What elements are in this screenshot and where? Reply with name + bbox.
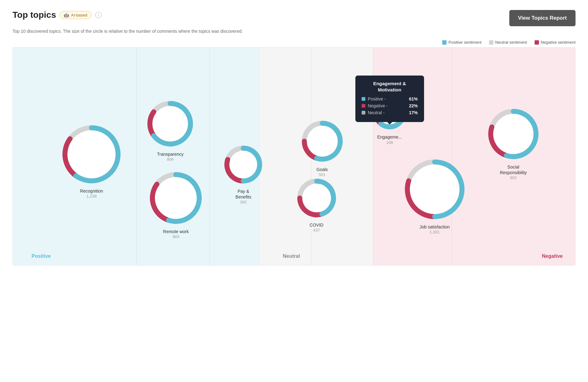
topic-circle-transparency[interactable]: Transparency804	[145, 99, 195, 162]
view-topics-report-button[interactable]: View Topics Report	[509, 10, 576, 26]
topic-circle-recognition[interactable]: Recognition1,238	[60, 123, 123, 198]
topic-count: 1,238	[60, 194, 123, 199]
negative-dot	[535, 40, 539, 45]
chart-area: Positive Neutral Negative Recognition1,2…	[12, 47, 576, 266]
topic-label: SocialResponsibility	[486, 164, 541, 175]
tooltip-negative-val: 22%	[409, 103, 418, 108]
topic-circle-job-satisfaction[interactable]: Job satisfaction1,301	[402, 157, 467, 234]
ai-badge: 🤖 AI-based	[60, 11, 91, 19]
tooltip-row-negative: Negative - 22%	[362, 103, 418, 108]
topic-circle-pay-&-benefits[interactable]: Pay &Benefits392	[222, 143, 265, 204]
topic-circle-goals[interactable]: Goals501	[299, 118, 345, 177]
topic-label: Engageme...	[371, 135, 409, 140]
tooltip-title: Engagement &Motivation	[362, 81, 418, 93]
legend-neutral: Neutral sentiment	[489, 40, 527, 45]
ai-icon: 🤖	[64, 12, 69, 17]
topic-count: 392	[222, 200, 265, 204]
tooltip-negative-dot	[362, 104, 365, 108]
title-area: Top topics 🤖 AI-based i	[12, 10, 101, 20]
topic-circle-remote-work[interactable]: Remote work983	[147, 169, 204, 239]
tooltip-row-neutral: Neutral - 17%	[362, 110, 418, 115]
topic-label: Recognition	[60, 188, 123, 194]
zone-label-negative: Negative	[542, 253, 563, 259]
topic-count: 437	[295, 228, 338, 233]
topic-count: 983	[147, 234, 204, 239]
legend-neutral-label: Neutral sentiment	[495, 40, 527, 45]
zone-label-positive: Positive	[32, 253, 51, 259]
grid-line-2	[210, 47, 210, 265]
topic-label: Remote work	[147, 229, 204, 234]
info-icon[interactable]: i	[95, 12, 101, 18]
tooltip-negative-label: Negative -	[368, 103, 388, 108]
legend-negative: Negative sentiment	[535, 40, 576, 45]
topic-count: 1,301	[402, 230, 467, 234]
topic-circle-social-responsibility[interactable]: SocialResponsibility902	[486, 106, 541, 180]
topic-count: 902	[486, 175, 541, 180]
legend-positive-label: Positive sentiment	[448, 40, 482, 45]
header: Top topics 🤖 AI-based i View Topics Repo…	[12, 10, 576, 26]
topic-label: Goals	[299, 167, 345, 172]
topic-count: 804	[145, 157, 195, 162]
legend-positive: Positive sentiment	[442, 40, 482, 45]
zone-label-neutral: Neutral	[283, 253, 300, 259]
tooltip-neutral-val: 17%	[409, 110, 418, 115]
top-topics-container: Top topics 🤖 AI-based i View Topics Repo…	[0, 0, 588, 276]
topic-label: Pay &Benefits	[222, 189, 265, 200]
tooltip-positive-label: Positive -	[368, 96, 386, 101]
topic-circle-covid[interactable]: COVID437	[295, 176, 338, 233]
topic-label: Job satisfaction	[402, 224, 467, 230]
tooltip-neutral-dot	[362, 111, 365, 115]
engagement-tooltip: Engagement &Motivation Positive - 61% Ne…	[355, 76, 424, 122]
neutral-dot	[489, 40, 493, 45]
tooltip-positive-val: 61%	[409, 96, 418, 101]
legend: Positive sentiment Neutral sentiment Neg…	[12, 40, 576, 45]
topic-label: COVID	[295, 222, 338, 228]
tooltip-positive-dot	[362, 97, 365, 101]
grid-line-1	[136, 47, 137, 265]
subtitle: Top 10 discovered topics. The size of th…	[12, 29, 576, 34]
topic-count: 108	[371, 140, 409, 145]
page-title: Top topics	[12, 10, 56, 20]
legend-negative-label: Negative sentiment	[541, 40, 576, 45]
tooltip-row-positive: Positive - 61%	[362, 96, 418, 101]
tooltip-neutral-label: Neutral -	[368, 110, 385, 115]
positive-dot	[442, 40, 447, 45]
topic-label: Transparency	[145, 152, 195, 157]
